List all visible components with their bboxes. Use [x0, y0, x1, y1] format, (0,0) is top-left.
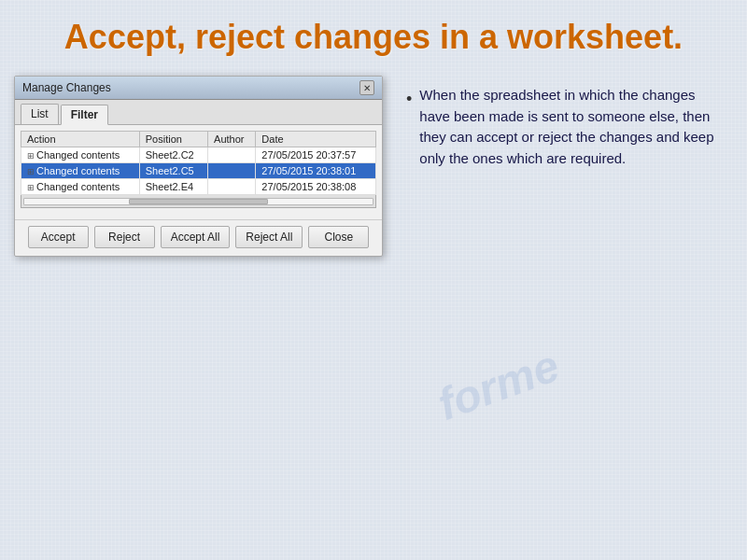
dialog-body: Action Position Author Date ⊞Changed con… [15, 125, 382, 219]
scrollbar-thumb[interactable] [129, 199, 268, 204]
dialog-title: Manage Changes [22, 81, 111, 94]
cell-action: ⊞Changed contents [21, 179, 140, 195]
cell-date: 27/05/2015 20:38:08 [256, 179, 376, 195]
cell-action: ⊞Changed contents [21, 147, 140, 163]
manage-changes-dialog: Manage Changes ✕ List Filter Action Posi… [14, 76, 383, 257]
dialog-buttons: Accept Reject Accept All Reject All Clos… [15, 219, 382, 256]
table-row[interactable]: ⊞Changed contents Sheet2.C2 27/05/2015 2… [21, 147, 376, 163]
dialog-close-icon[interactable]: ✕ [359, 80, 374, 95]
horizontal-scrollbar[interactable] [21, 195, 376, 208]
changes-table: Action Position Author Date ⊞Changed con… [21, 131, 376, 195]
dialog-titlebar: Manage Changes ✕ [15, 77, 382, 100]
tab-filter[interactable]: Filter [61, 105, 108, 125]
col-action: Action [21, 132, 140, 147]
col-author: Author [208, 132, 256, 147]
close-button[interactable]: Close [308, 226, 369, 248]
table-row[interactable]: ⊞Changed contents Sheet2.E4 27/05/2015 2… [21, 179, 376, 195]
bullet-item: • When the spreadsheet in which the chan… [406, 85, 719, 169]
content-area: Manage Changes ✕ List Filter Action Posi… [0, 66, 747, 266]
table-row[interactable]: ⊞Changed contents Sheet2.C5 27/05/2015 2… [21, 163, 376, 179]
cell-date: 27/05/2015 20:38:01 [256, 163, 376, 179]
table-header-row: Action Position Author Date [21, 132, 376, 147]
cell-date: 27/05/2015 20:37:57 [256, 147, 376, 163]
dialog-tabs: List Filter [15, 100, 382, 125]
cell-position: Sheet2.E4 [139, 179, 207, 195]
cell-author [208, 179, 256, 195]
reject-button[interactable]: Reject [94, 226, 155, 248]
right-panel: • When the spreadsheet in which the chan… [402, 76, 728, 178]
bullet-text: When the spreadsheet in which the change… [419, 85, 719, 169]
cell-position: Sheet2.C2 [139, 147, 207, 163]
tab-list[interactable]: List [21, 104, 59, 124]
accept-button[interactable]: Accept [28, 226, 89, 248]
cell-position: Sheet2.C5 [139, 163, 207, 179]
page-title: Accept, reject changes in a worksheet. [0, 0, 747, 66]
cell-action: ⊞Changed contents [21, 163, 140, 179]
reject-all-button[interactable]: Reject All [235, 226, 303, 248]
col-date: Date [256, 132, 376, 147]
watermark: forme [430, 340, 565, 430]
bullet-icon: • [406, 87, 412, 112]
cell-author [208, 163, 256, 179]
cell-author [208, 147, 256, 163]
accept-all-button[interactable]: Accept All [161, 226, 231, 248]
scrollbar-track [23, 198, 374, 205]
col-position: Position [139, 132, 207, 147]
